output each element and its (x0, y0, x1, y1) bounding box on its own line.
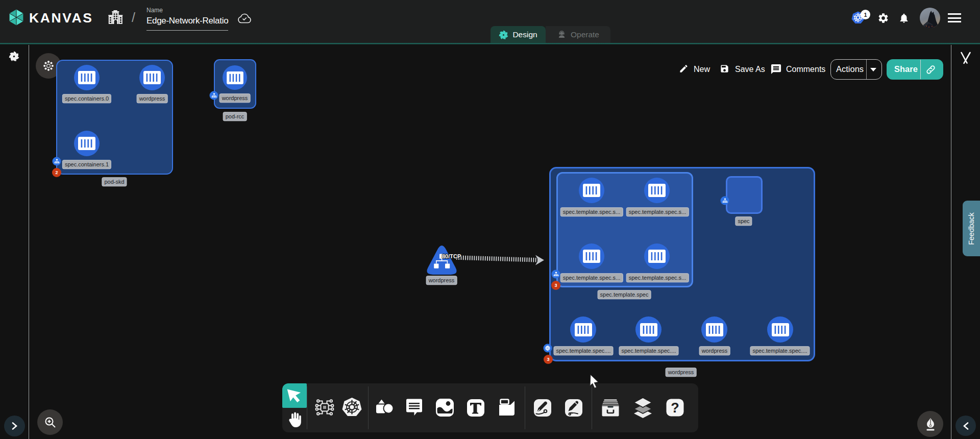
svg-text:80/TCP: 80/TCP (442, 253, 461, 259)
svg-text:?: ? (671, 400, 679, 416)
